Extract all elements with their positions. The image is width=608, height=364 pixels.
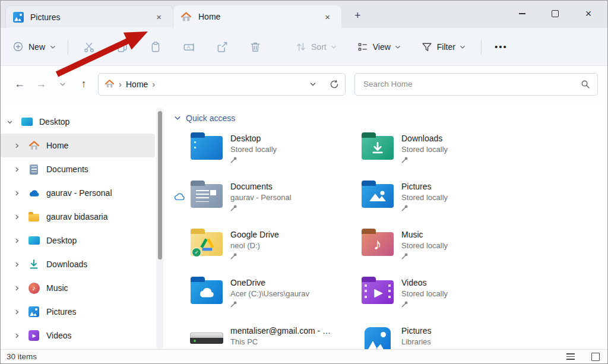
tile-google-drive[interactable]: ✓ Google Drive neol (D:) [174, 226, 345, 274]
close-button[interactable]: × [572, 4, 605, 23]
sidebar-item-desktop[interactable]: Desktop [1, 229, 155, 252]
tile-name: OneDrive [230, 278, 309, 287]
chevron-right-icon[interactable] [14, 166, 20, 173]
new-tab-button[interactable]: + [354, 10, 361, 22]
chevron-right-icon[interactable] [14, 333, 20, 339]
up-button[interactable]: ↑ [73, 74, 94, 94]
sidebar-item-documents[interactable]: Documents [1, 157, 155, 181]
tile-desktop[interactable]: Desktop Stored locally [174, 130, 345, 178]
sidebar-item-gaurav-bidasaria[interactable]: gaurav bidasaria [1, 205, 155, 229]
large-icons-view-icon [591, 353, 600, 361]
sidebar-item-label: Downloads [46, 259, 87, 269]
document-icon [27, 164, 40, 175]
sidebar-item-music[interactable]: ♪ Music [1, 276, 155, 300]
chevron-right-icon[interactable] [14, 285, 20, 292]
pin-icon [230, 300, 238, 308]
tile-onedrive[interactable]: OneDrive Acer (C:)\Users\gaurav [174, 274, 345, 322]
search-icon[interactable] [581, 80, 590, 89]
hard-drive-icon [190, 333, 223, 349]
tile-name: Documents [230, 182, 292, 191]
tile-name: Pictures [401, 182, 448, 191]
pin-icon [401, 252, 408, 259]
new-button[interactable]: New [10, 37, 58, 56]
chevron-down-icon [50, 45, 56, 49]
toolbar-divider [68, 39, 68, 55]
tile-music[interactable]: ♪ Music Stored locally [345, 226, 516, 274]
more-options-button[interactable]: ••• [490, 39, 512, 54]
breadcrumb-separator: › [119, 79, 122, 89]
downloads-icon [27, 259, 40, 270]
sidebar-item-pictures[interactable]: Pictures [1, 300, 155, 324]
tab-pictures[interactable]: Pictures × [5, 5, 173, 28]
forward-button[interactable]: → [30, 74, 52, 94]
tile-name: Google Drive [230, 230, 279, 239]
chevron-right-icon[interactable] [14, 238, 20, 244]
close-icon: × [585, 8, 592, 19]
large-icons-view-button[interactable] [590, 352, 601, 362]
minimize-button[interactable] [505, 4, 539, 23]
search-box[interactable] [354, 73, 598, 96]
sort-button[interactable]: Sort [293, 37, 339, 56]
pictures-icon [13, 12, 24, 23]
sidebar-scrollbar-thumb[interactable] [158, 111, 162, 259]
search-input[interactable] [362, 79, 581, 89]
address-dropdown-icon[interactable] [309, 81, 316, 87]
address-bar[interactable]: › Home › [98, 73, 346, 96]
pictures-library-icon [365, 327, 391, 349]
window-controls: × [505, 4, 605, 23]
chevron-down-icon[interactable] [174, 115, 181, 121]
new-button-label: New [28, 42, 45, 52]
chevron-right-icon[interactable] [14, 190, 20, 197]
file-explorer-window: Pictures × Home × + × New [0, 0, 608, 364]
maximize-button[interactable] [539, 4, 572, 23]
back-button[interactable]: ← [9, 74, 30, 94]
chevron-down-icon [460, 45, 466, 49]
tile-subtitle: Stored locally [401, 241, 448, 250]
tile-name: Music [401, 230, 448, 239]
sidebar-item-downloads[interactable]: Downloads [1, 252, 155, 276]
refresh-icon[interactable] [330, 80, 339, 89]
view-button[interactable]: View [354, 37, 403, 56]
file-list-pane: Quick access Desktop Stored locally [167, 102, 607, 349]
chevron-right-icon[interactable] [14, 143, 20, 149]
desktop-icon [27, 236, 40, 245]
rename-button[interactable]: A [178, 36, 200, 58]
tab-home[interactable]: Home × [173, 5, 341, 28]
filter-button[interactable]: Filter [419, 37, 468, 56]
details-view-button[interactable] [565, 352, 577, 362]
recent-locations-button[interactable] [52, 74, 73, 94]
paste-button[interactable] [144, 36, 167, 58]
sidebar-item-label: gaurav - Personal [46, 188, 112, 198]
sidebar-item-home[interactable]: Home [1, 134, 155, 157]
sidebar-item-videos[interactable]: ▶ Videos [1, 324, 155, 347]
tile-videos[interactable]: ▶ Videos Stored locally [345, 274, 516, 322]
music-folder-icon: ♪ [362, 232, 394, 256]
videos-icon: ▶ [27, 330, 40, 341]
tile-pictures[interactable]: Pictures Stored locally [345, 178, 516, 226]
onedrive-folder-icon [191, 280, 223, 304]
delete-button[interactable] [244, 36, 267, 58]
breadcrumb-separator: › [152, 79, 155, 89]
close-tab-icon[interactable]: × [152, 11, 166, 23]
copy-button[interactable] [111, 36, 134, 58]
tile-gmail-account[interactable]: mentaliser@gmail.com - … This PC [174, 322, 345, 349]
sidebar-item-label: Desktop [46, 236, 77, 245]
close-tab-icon[interactable]: × [321, 11, 334, 23]
details-view-icon [566, 353, 575, 360]
tab-strip: Pictures × Home × + × [1, 1, 607, 28]
sidebar-item-label: gaurav bidasaria [46, 212, 108, 221]
chevron-right-icon[interactable] [14, 261, 20, 268]
share-button[interactable] [211, 36, 233, 58]
chevron-right-icon[interactable] [14, 214, 20, 220]
sidebar-item-label: Music [46, 283, 68, 293]
tile-pictures-library[interactable]: Pictures Libraries [345, 322, 516, 349]
chevron-down-icon[interactable] [7, 119, 13, 125]
sidebar-item-onedrive-personal[interactable]: gaurav - Personal [1, 181, 155, 205]
quick-access-header[interactable]: Quick access [174, 113, 607, 123]
sidebar-item-desktop-root[interactable]: Desktop [1, 110, 155, 134]
tile-documents[interactable]: Documents gaurav - Personal [174, 178, 345, 226]
tile-downloads[interactable]: Downloads Stored locally [345, 130, 516, 178]
cut-button[interactable] [78, 36, 100, 58]
chevron-right-icon[interactable] [14, 309, 20, 315]
breadcrumb[interactable]: Home [126, 80, 148, 89]
